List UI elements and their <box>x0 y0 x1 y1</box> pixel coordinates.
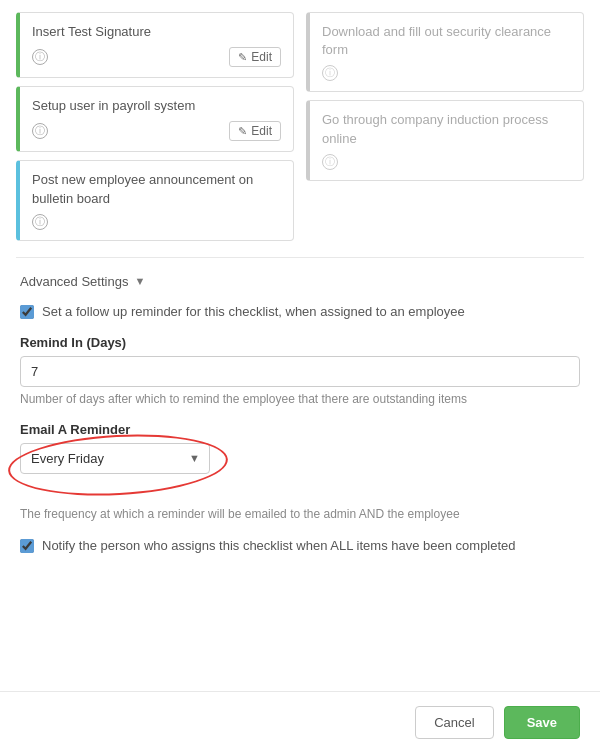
task-title-announcement: Post new employee announcement on bullet… <box>32 171 281 207</box>
task-footer-security: ⓘ <box>322 65 571 81</box>
notify-checkbox[interactable] <box>20 539 34 553</box>
task-card-induction: Go through company induction process onl… <box>306 100 584 180</box>
info-icon-announcement[interactable]: ⓘ <box>32 214 48 230</box>
reminder-checkbox-label[interactable]: Set a follow up reminder for this checkl… <box>42 303 465 321</box>
task-footer-induction: ⓘ <box>322 154 571 170</box>
email-reminder-label: Email A Reminder <box>20 422 580 437</box>
reminder-checkbox-row: Set a follow up reminder for this checkl… <box>20 303 580 321</box>
remind-in-hint: Number of days after which to remind the… <box>20 391 580 408</box>
task-card-payroll: Setup user in payroll system ⓘ ✎ Edit <box>16 86 294 152</box>
advanced-section: Advanced Settings ▼ Set a follow up remi… <box>0 258 600 585</box>
task-title-security: Download and fill out security clearance… <box>322 23 571 59</box>
right-column: Download and fill out security clearance… <box>306 12 584 241</box>
remind-in-input[interactable] <box>20 356 580 387</box>
reminder-checkbox[interactable] <box>20 305 34 319</box>
task-card-security: Download and fill out security clearance… <box>306 12 584 92</box>
email-hint: The frequency at which a reminder will b… <box>20 506 580 523</box>
task-footer-announcement: ⓘ <box>32 214 281 230</box>
notify-checkbox-row: Notify the person who assigns this check… <box>20 537 580 555</box>
email-reminder-select[interactable]: Every Friday Every Monday Every Day Ever… <box>20 443 210 474</box>
task-card-announcement: Post new employee announcement on bullet… <box>16 160 294 240</box>
footer-section: Cancel Save <box>0 691 600 753</box>
task-title-payroll: Setup user in payroll system <box>32 97 281 115</box>
task-footer-payroll: ⓘ ✎ Edit <box>32 121 281 141</box>
advanced-settings-label: Advanced Settings <box>20 274 128 289</box>
chevron-down-icon: ▼ <box>134 275 145 287</box>
email-reminder-select-wrapper: Every Friday Every Monday Every Day Ever… <box>20 443 210 474</box>
info-icon-payroll[interactable]: ⓘ <box>32 123 48 139</box>
edit-icon: ✎ <box>238 51 247 64</box>
notify-checkbox-label[interactable]: Notify the person who assigns this check… <box>42 537 516 555</box>
edit-button-payroll[interactable]: ✎ Edit <box>229 121 281 141</box>
info-icon-induction[interactable]: ⓘ <box>322 154 338 170</box>
edit-icon: ✎ <box>238 125 247 138</box>
email-reminder-section: Every Friday Every Monday Every Day Ever… <box>20 443 580 474</box>
cancel-button[interactable]: Cancel <box>415 706 493 739</box>
task-title-induction: Go through company induction process onl… <box>322 111 571 147</box>
advanced-settings-toggle[interactable]: Advanced Settings ▼ <box>20 274 580 289</box>
remind-in-label: Remind In (Days) <box>20 335 580 350</box>
info-icon-insert-signature[interactable]: ⓘ <box>32 49 48 65</box>
info-icon-security[interactable]: ⓘ <box>322 65 338 81</box>
save-button[interactable]: Save <box>504 706 580 739</box>
task-title-insert-signature: Insert Test Signature <box>32 23 281 41</box>
checklist-section: Insert Test Signature ⓘ ✎ Edit Setup use… <box>0 0 600 257</box>
main-container: Insert Test Signature ⓘ ✎ Edit Setup use… <box>0 0 600 753</box>
task-card-insert-signature: Insert Test Signature ⓘ ✎ Edit <box>16 12 294 78</box>
task-footer-insert-signature: ⓘ ✎ Edit <box>32 47 281 67</box>
left-column: Insert Test Signature ⓘ ✎ Edit Setup use… <box>16 12 294 241</box>
edit-button-insert-signature[interactable]: ✎ Edit <box>229 47 281 67</box>
